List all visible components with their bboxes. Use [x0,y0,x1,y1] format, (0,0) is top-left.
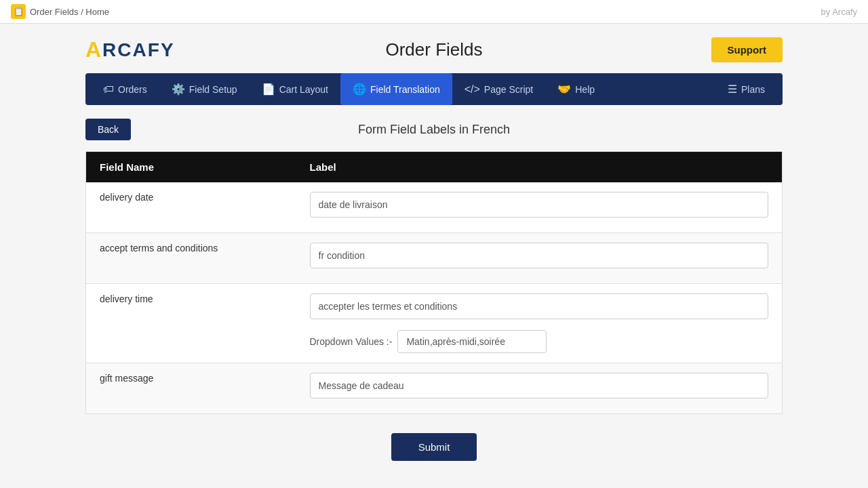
nav-label-plans: Plans [741,84,765,95]
breadcrumb: 📋 Order Fields / Home [11,4,109,19]
by-arcafy-label: by Arcafy [821,7,857,17]
label-input-delivery-date[interactable] [310,192,769,218]
table-row: delivery time Dropdown Values :- [86,284,783,363]
field-name-delivery-time: delivery time [86,284,296,363]
nav-item-field-setup[interactable]: ⚙️ Field Setup [159,73,250,105]
table-row: accept terms and conditions [86,233,783,284]
dropdown-label: Dropdown Values :- [310,336,393,347]
table-row: gift message [86,363,783,414]
col-label: Label [296,152,783,183]
help-icon: 🤝 [557,83,571,96]
orders-icon: 🏷 [103,83,114,96]
plans-icon: ☰ [728,83,737,96]
field-setup-icon: ⚙️ [172,83,185,96]
support-button[interactable]: Support [711,37,783,62]
field-name-accept-terms: accept terms and conditions [86,233,296,284]
page-title: Order Fields [385,39,482,60]
field-name-gift-message: gift message [86,363,296,414]
nav-item-orders[interactable]: 🏷 Orders [91,74,159,105]
breadcrumb-icon: 📋 [11,4,26,19]
logo: ARCAFY [85,37,175,62]
table-row: delivery date [86,182,783,233]
top-bar: 📋 Order Fields / Home by Arcafy [0,0,868,24]
submit-button[interactable]: Submit [391,433,477,461]
submit-area: Submit [85,433,783,461]
table-header-row: Field Name Label [86,152,783,183]
label-cell-accept-terms [296,233,783,284]
dropdown-row: Dropdown Values :- [310,330,769,353]
form-title: Form Field Labels in French [358,123,510,137]
back-button[interactable]: Back [85,119,131,140]
nav-label-field-setup: Field Setup [189,84,237,95]
nav-label-cart-layout: Cart Layout [279,84,328,95]
nav-item-plans[interactable]: ☰ Plans [715,73,777,105]
col-field-name: Field Name [86,152,296,183]
nav-item-cart-layout[interactable]: 📄 Cart Layout [250,73,340,105]
field-name-delivery-date: delivery date [86,182,296,233]
nav-item-page-script[interactable]: </> Page Script [452,74,546,105]
breadcrumb-text: Order Fields / Home [30,7,109,17]
main-wrapper: ARCAFY Order Fields Support 🏷 Orders ⚙️ … [75,24,793,488]
dropdown-input-delivery-time[interactable] [397,330,547,353]
nav-label-field-translation: Field Translation [370,84,440,95]
cart-layout-icon: 📄 [262,83,275,96]
form-header: Back Form Field Labels in French [85,119,783,140]
label-input-accept-terms[interactable] [310,243,769,268]
header-row: ARCAFY Order Fields Support [85,37,783,62]
logo-rest: RCAFY [102,39,174,61]
nav-bar: 🏷 Orders ⚙️ Field Setup 📄 Cart Layout 🌐 … [85,73,783,105]
nav-item-field-translation[interactable]: 🌐 Field Translation [340,73,452,105]
fields-table: Field Name Label delivery date accept te… [85,151,783,414]
nav-label-orders: Orders [118,84,147,95]
label-input-gift-message[interactable] [310,373,769,399]
page-script-icon: </> [465,83,480,96]
nav-label-page-script: Page Script [484,84,533,95]
field-translation-icon: 🌐 [353,83,366,96]
nav-label-help: Help [575,84,595,95]
label-cell-delivery-time: Dropdown Values :- [296,284,783,363]
logo-a: A [85,37,102,62]
label-cell-delivery-date [296,182,783,233]
nav-item-help[interactable]: 🤝 Help [545,73,607,105]
label-cell-gift-message [296,363,783,414]
label-input-delivery-time[interactable] [310,293,769,319]
